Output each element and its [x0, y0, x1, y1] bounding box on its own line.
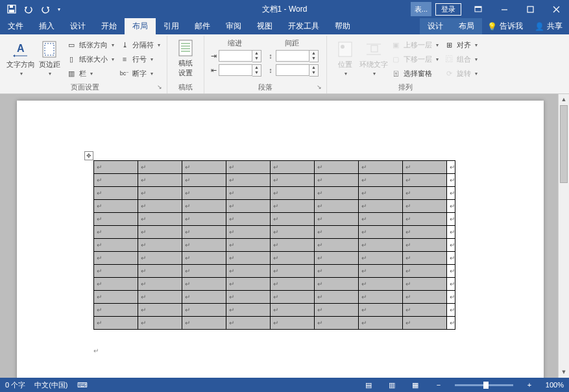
table-cell[interactable]: ↵: [138, 174, 182, 187]
indent-left-input[interactable]: [219, 50, 252, 62]
table-cell[interactable]: ↵: [138, 226, 182, 239]
table-cell[interactable]: ↵: [94, 317, 138, 330]
tab-review[interactable]: 审阅: [218, 18, 249, 34]
table-row[interactable]: ↵↵↵↵↵↵↵↵↵: [94, 174, 455, 187]
tab-layout[interactable]: 布局: [125, 18, 156, 34]
size-button[interactable]: ▯纸张大小▾: [64, 53, 117, 66]
table-row[interactable]: ↵↵↵↵↵↵↵↵↵: [94, 265, 455, 278]
table-cell[interactable]: ↵: [182, 304, 226, 317]
table-cell[interactable]: ↵: [226, 252, 271, 265]
table-cell[interactable]: ↵: [138, 304, 182, 317]
table-cell[interactable]: ↵: [403, 161, 447, 174]
columns-button[interactable]: ▥栏▾: [64, 67, 117, 80]
table-cell[interactable]: ↵: [403, 252, 447, 265]
table-cell[interactable]: ↵: [182, 239, 226, 252]
indent-left-spinner[interactable]: ⇥▲▼: [208, 49, 261, 62]
zoom-out-button[interactable]: −: [431, 381, 446, 389]
table-cell[interactable]: ↵: [94, 304, 138, 317]
table-cell[interactable]: ↵: [271, 252, 315, 265]
table-cell[interactable]: ↵: [94, 161, 138, 174]
zoom-level[interactable]: 100%: [546, 381, 564, 389]
table-cell[interactable]: ↵: [403, 265, 447, 278]
table-cell[interactable]: ↵: [226, 187, 271, 200]
table-cell[interactable]: ↵: [226, 161, 271, 174]
table-cell[interactable]: ↵: [182, 291, 226, 304]
document-table[interactable]: ↵↵↵↵↵↵↵↵↵↵↵↵↵↵↵↵↵↵↵↵↵↵↵↵↵↵↵↵↵↵↵↵↵↵↵↵↵↵↵↵…: [93, 160, 455, 330]
table-cell[interactable]: ↵: [315, 304, 359, 317]
table-cell[interactable]: ↵: [359, 265, 403, 278]
table-cell[interactable]: ↵: [271, 226, 315, 239]
table-cell[interactable]: ↵: [403, 278, 447, 291]
table-cell[interactable]: ↵: [271, 161, 315, 174]
table-cell[interactable]: ↵: [359, 226, 403, 239]
table-cell[interactable]: ↵: [182, 161, 226, 174]
table-cell[interactable]: ↵: [315, 226, 359, 239]
table-cell[interactable]: ↵: [138, 239, 182, 252]
table-cell[interactable]: ↵: [403, 239, 447, 252]
scroll-down-button[interactable]: ▼: [559, 367, 569, 378]
scroll-thumb[interactable]: [560, 105, 568, 183]
table-cell[interactable]: ↵: [94, 265, 138, 278]
table-cell[interactable]: ↵: [315, 174, 359, 187]
selection-pane-button[interactable]: ⍐选择窗格: [388, 67, 441, 80]
table-cell[interactable]: ↵: [138, 252, 182, 265]
table-cell[interactable]: ↵: [226, 174, 271, 187]
table-cell[interactable]: ↵: [226, 265, 271, 278]
table-cell[interactable]: ↵: [226, 213, 271, 226]
table-cell[interactable]: ↵: [138, 291, 182, 304]
table-cell[interactable]: ↵: [403, 304, 447, 317]
tab-design[interactable]: 设计: [62, 18, 93, 34]
table-cell[interactable]: ↵: [315, 252, 359, 265]
web-layout-button[interactable]: ▦: [408, 381, 422, 389]
table-row[interactable]: ↵↵↵↵↵↵↵↵↵: [94, 239, 455, 252]
table-row[interactable]: ↵↵↵↵↵↵↵↵↵: [94, 291, 455, 304]
table-cell[interactable]: ↵: [226, 304, 271, 317]
table-row[interactable]: ↵↵↵↵↵↵↵↵↵: [94, 304, 455, 317]
table-cell[interactable]: ↵: [271, 278, 315, 291]
zoom-slider[interactable]: [455, 384, 513, 386]
table-cell[interactable]: ↵: [271, 200, 315, 213]
tab-home[interactable]: 开始: [93, 18, 125, 34]
table-cell[interactable]: ↵: [182, 200, 226, 213]
table-cell[interactable]: ↵: [138, 200, 182, 213]
table-cell[interactable]: ↵: [359, 187, 403, 200]
table-cell[interactable]: ↵: [226, 226, 271, 239]
hyphenation-button[interactable]: bc⁻断字▾: [117, 67, 163, 80]
align-button[interactable]: ⊞对齐▾: [441, 38, 480, 51]
table-row[interactable]: ↵↵↵↵↵↵↵↵↵: [94, 252, 455, 265]
table-row[interactable]: ↵↵↵↵↵↵↵↵↵: [94, 213, 455, 226]
scroll-track[interactable]: [559, 105, 569, 367]
table-cell[interactable]: ↵: [315, 317, 359, 330]
zoom-thumb[interactable]: [483, 382, 489, 389]
tab-file[interactable]: 文件: [0, 18, 31, 34]
table-cell[interactable]: ↵: [359, 278, 403, 291]
table-cell[interactable]: ↵: [315, 213, 359, 226]
text-direction-button[interactable]: A 文字方向▾: [6, 37, 35, 80]
table-cell[interactable]: ↵: [94, 200, 138, 213]
tab-table-layout[interactable]: 布局: [451, 18, 482, 34]
redo-button[interactable]: [38, 2, 53, 16]
tab-developer[interactable]: 开发工具: [280, 18, 327, 34]
table-cell[interactable]: ↵: [182, 317, 226, 330]
table-cell[interactable]: ↵: [403, 200, 447, 213]
table-cell[interactable]: ↵: [315, 265, 359, 278]
table-cell[interactable]: ↵: [403, 174, 447, 187]
table-cell[interactable]: ↵: [138, 213, 182, 226]
indent-right-spinner[interactable]: ⇤▲▼: [208, 64, 261, 77]
table-row[interactable]: ↵↵↵↵↵↵↵↵↵: [94, 187, 455, 200]
table-cell[interactable]: ↵: [182, 187, 226, 200]
space-after-input[interactable]: [276, 64, 309, 76]
read-mode-button[interactable]: ▤: [361, 381, 376, 389]
tell-me-button[interactable]: 💡告诉我: [482, 18, 528, 34]
table-cell[interactable]: ↵: [359, 174, 403, 187]
table-cell[interactable]: ↵: [94, 239, 138, 252]
manuscript-button[interactable]: 稿纸 设置: [171, 37, 200, 80]
table-cell[interactable]: ↵: [94, 187, 138, 200]
table-cell[interactable]: ↵: [182, 265, 226, 278]
table-cell[interactable]: ↵: [94, 278, 138, 291]
table-cell[interactable]: ↵: [359, 239, 403, 252]
space-before-input[interactable]: [276, 50, 309, 62]
table-row[interactable]: ↵↵↵↵↵↵↵↵↵: [94, 317, 455, 330]
table-cell[interactable]: ↵: [403, 187, 447, 200]
close-button[interactable]: [543, 0, 569, 18]
